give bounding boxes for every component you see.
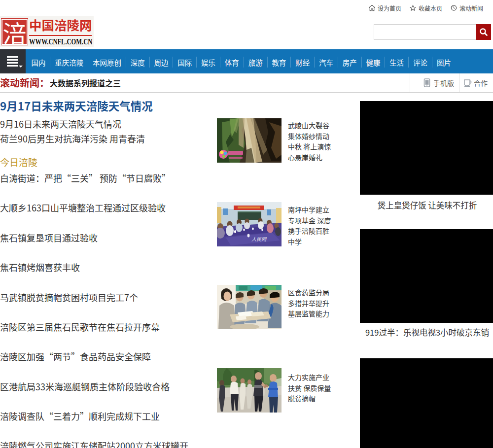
svg-text:人民网: 人民网 — [251, 237, 267, 242]
